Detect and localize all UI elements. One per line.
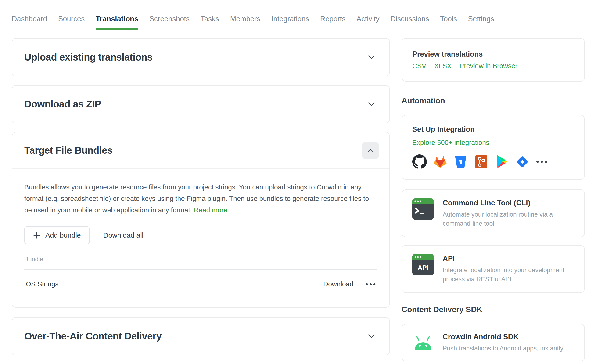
ellipsis-icon xyxy=(365,283,376,285)
explore-integrations-link[interactable]: Explore 500+ integrations xyxy=(412,139,489,147)
preview-card-title: Preview translations xyxy=(412,50,574,58)
tab-translations[interactable]: Translations xyxy=(96,15,138,30)
more-integrations-icon[interactable] xyxy=(536,160,548,163)
over-the-air-card[interactable]: Over-The-Air Content Delivery xyxy=(12,317,390,355)
tab-reports[interactable]: Reports xyxy=(320,15,346,30)
tab-tools[interactable]: Tools xyxy=(440,15,457,30)
preview-links: CSV XLSX Preview in Browser xyxy=(412,62,574,70)
set-up-integration-card: Set Up Integration Explore 500+ integrat… xyxy=(402,115,585,180)
api-card-description: Integrate localization into your develop… xyxy=(443,266,574,284)
preview-xlsx-link[interactable]: XLSX xyxy=(434,62,452,70)
preview-translations-card: Preview translations CSV XLSX Preview in… xyxy=(402,38,585,82)
api-icon: API xyxy=(412,254,434,275)
setup-card-title: Set Up Integration xyxy=(412,125,574,134)
bundles-card-body: Bundles allows you to generate resource … xyxy=(12,169,389,307)
content-delivery-sdk-heading: Content Delivery SDK xyxy=(402,305,585,314)
ota-card-title: Over-The-Air Content Delivery xyxy=(24,331,162,342)
cli-card-title: Command Line Tool (CLI) xyxy=(443,199,574,207)
tab-activity[interactable]: Activity xyxy=(357,15,379,30)
main-column: Upload existing translations Download as… xyxy=(12,38,390,364)
cli-card-description: Automate your localization routine via a… xyxy=(443,210,574,228)
tab-screenshots[interactable]: Screenshots xyxy=(149,15,190,30)
api-card-title: API xyxy=(443,254,574,263)
api-card[interactable]: API API Integrate localization into your… xyxy=(402,245,585,293)
android-icon xyxy=(412,334,434,351)
svg-text:API: API xyxy=(418,264,429,271)
automation-heading: Automation xyxy=(402,96,585,105)
api-card-texts: API Integrate localization into your dev… xyxy=(443,254,574,284)
tab-settings[interactable]: Settings xyxy=(468,15,494,30)
terminal-icon xyxy=(412,198,434,220)
zip-card-title: Download as ZIP xyxy=(24,99,101,110)
add-bundle-label: Add bundle xyxy=(45,231,81,239)
tab-sources[interactable]: Sources xyxy=(58,15,85,30)
chevron-up-icon xyxy=(367,149,374,152)
table-row: iOS Strings Download xyxy=(24,270,377,294)
crowdin-android-sdk-card[interactable]: Crowdin Android SDK Push translations to… xyxy=(402,324,585,361)
cli-card-texts: Command Line Tool (CLI) Automate your lo… xyxy=(443,198,574,228)
bundle-more-actions-button[interactable] xyxy=(364,282,377,287)
android-card-title: Crowdin Android SDK xyxy=(443,333,563,341)
translations-page: Dashboard Sources Translations Screensho… xyxy=(0,0,596,364)
tab-tasks[interactable]: Tasks xyxy=(201,15,219,30)
plus-icon xyxy=(33,232,40,239)
bundles-actions: Add bundle Download all xyxy=(24,226,377,244)
download-as-zip-card[interactable]: Download as ZIP xyxy=(12,85,390,123)
chevron-down-icon xyxy=(368,334,375,338)
android-card-description: Push translations to Android apps, insta… xyxy=(443,344,563,353)
bitbucket-icon[interactable] xyxy=(454,155,468,169)
upload-existing-translations-card[interactable]: Upload existing translations xyxy=(12,38,390,76)
chevron-down-icon xyxy=(368,102,375,106)
preview-in-browser-link[interactable]: Preview in Browser xyxy=(460,62,517,70)
bundles-description: Bundles allows you to generate resource … xyxy=(24,182,377,216)
git-icon[interactable] xyxy=(474,155,489,169)
preview-csv-link[interactable]: CSV xyxy=(412,62,426,70)
bundle-download-link[interactable]: Download xyxy=(323,280,353,288)
read-more-link[interactable]: Read more xyxy=(194,206,227,214)
integration-icons-row xyxy=(412,155,574,169)
chevron-down-icon xyxy=(368,55,375,59)
gitlab-icon[interactable] xyxy=(433,155,447,169)
android-card-texts: Crowdin Android SDK Push translations to… xyxy=(443,332,563,353)
target-file-bundles-card: Target File Bundles Bundles allows you t… xyxy=(12,132,390,308)
github-icon[interactable] xyxy=(412,155,427,169)
tab-integrations[interactable]: Integrations xyxy=(271,15,309,30)
bundle-column-header: Bundle xyxy=(24,254,377,269)
google-play-icon[interactable] xyxy=(495,155,509,169)
side-column: Preview translations CSV XLSX Preview in… xyxy=(402,38,585,364)
target-file-bundles-header[interactable]: Target File Bundles xyxy=(12,133,389,169)
tab-dashboard[interactable]: Dashboard xyxy=(12,15,47,30)
add-bundle-button[interactable]: Add bundle xyxy=(24,226,90,244)
cli-card[interactable]: Command Line Tool (CLI) Automate your lo… xyxy=(402,189,585,237)
collapse-bundles-button[interactable] xyxy=(362,142,379,159)
upload-card-title: Upload existing translations xyxy=(24,52,152,63)
jira-icon[interactable] xyxy=(515,155,530,169)
bundle-name: iOS Strings xyxy=(24,280,59,288)
download-all-link[interactable]: Download all xyxy=(103,231,143,239)
tab-members[interactable]: Members xyxy=(230,15,260,30)
tab-discussions[interactable]: Discussions xyxy=(391,15,429,30)
bundles-card-title: Target File Bundles xyxy=(24,145,112,156)
project-tab-bar: Dashboard Sources Translations Screensho… xyxy=(0,0,596,30)
